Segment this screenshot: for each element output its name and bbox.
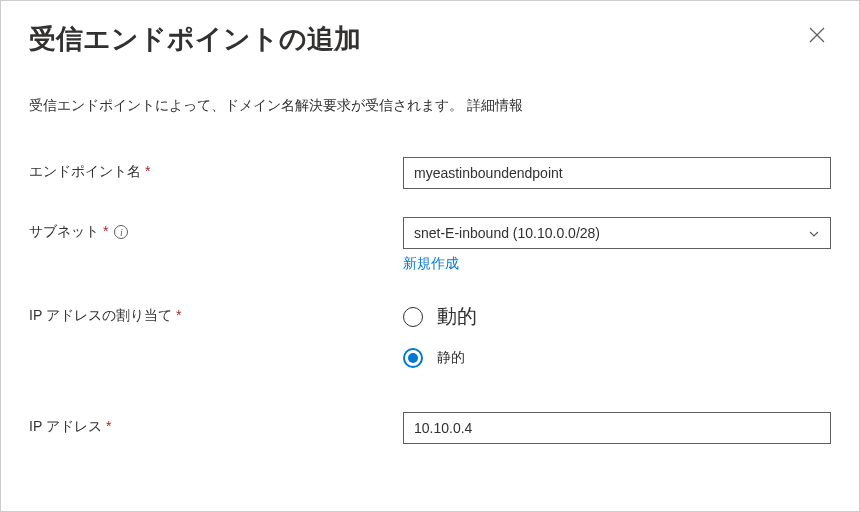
radio-dot-icon (408, 353, 418, 363)
ip-address-label: IP アドレス* (29, 418, 111, 436)
subnet-label: サブネット* (29, 223, 108, 241)
radio-label-dynamic: 動的 (437, 303, 477, 330)
endpoint-name-label: エンドポイント名* (29, 163, 150, 181)
radio-option-static[interactable]: 静的 (403, 348, 831, 368)
subnet-dropdown-value: snet-E-inbound (10.10.0.0/28) (414, 225, 600, 241)
subnet-dropdown[interactable]: snet-E-inbound (10.10.0.0/28) (403, 217, 831, 249)
description-text: 受信エンドポイントによって、ドメイン名解決要求が受信されます。 詳細情報 (29, 97, 831, 115)
required-asterisk: * (176, 307, 181, 323)
radio-circle-icon (403, 307, 423, 327)
required-asterisk: * (103, 223, 108, 239)
ip-address-input[interactable] (403, 412, 831, 444)
endpoint-name-input[interactable] (403, 157, 831, 189)
ip-allocation-label: IP アドレスの割り当て* (29, 307, 181, 325)
radio-circle-selected-icon (403, 348, 423, 368)
radio-option-dynamic[interactable]: 動的 (403, 303, 831, 330)
close-button[interactable] (803, 21, 831, 52)
close-icon (809, 27, 825, 43)
chevron-down-icon (808, 227, 820, 239)
description-body: 受信エンドポイントによって、ドメイン名解決要求が受信されます。 (29, 97, 463, 115)
create-new-subnet-link[interactable]: 新規作成 (403, 255, 459, 273)
page-title: 受信エンドポイントの追加 (29, 21, 361, 57)
ip-allocation-radio-group: 動的 静的 (403, 301, 831, 368)
required-asterisk: * (145, 163, 150, 179)
required-asterisk: * (106, 418, 111, 434)
radio-label-static: 静的 (437, 349, 465, 367)
info-icon[interactable]: i (114, 225, 128, 239)
learn-more-link[interactable]: 詳細情報 (467, 97, 523, 115)
